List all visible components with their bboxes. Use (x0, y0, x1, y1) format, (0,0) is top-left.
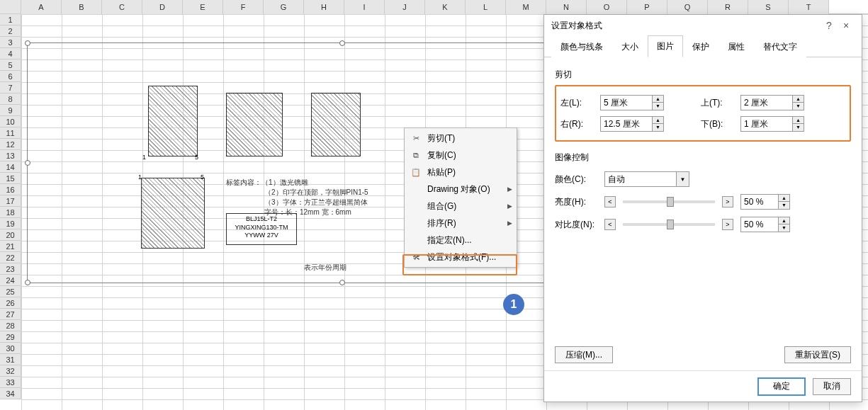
column-header[interactable]: H (304, 0, 344, 14)
row-header[interactable]: 10 (0, 116, 21, 127)
column-header[interactable]: P (627, 0, 667, 14)
column-header[interactable]: G (264, 0, 304, 14)
spin-down-icon[interactable]: ▼ (793, 103, 804, 110)
ok-button[interactable]: 确定 (757, 377, 806, 396)
column-header[interactable]: I (344, 0, 385, 14)
resize-handle[interactable] (339, 40, 345, 46)
brightness-slider[interactable] (623, 196, 715, 207)
slider-increase[interactable]: > (722, 219, 733, 230)
crop-right-field[interactable] (601, 119, 652, 129)
row-header[interactable]: 12 (0, 139, 21, 150)
spin-up-icon[interactable]: ▲ (653, 96, 663, 103)
ctx-cut[interactable]: ✂ 剪切(T) (406, 130, 515, 147)
column-header[interactable]: Q (667, 0, 708, 14)
row-header[interactable]: 24 (0, 275, 21, 286)
row-header[interactable]: 32 (0, 365, 21, 377)
ctx-assign-macro[interactable]: 指定宏(N)... (406, 232, 515, 249)
spin-down-icon[interactable]: ▼ (779, 224, 789, 232)
resize-handle[interactable] (25, 280, 30, 285)
slider-thumb[interactable] (667, 197, 674, 207)
ctx-order[interactable]: 排序(R) ▶ (406, 215, 515, 232)
row-header[interactable]: 26 (0, 297, 21, 309)
tab-alt-text[interactable]: 替代文字 (754, 36, 806, 57)
chevron-down-icon[interactable]: ▼ (676, 172, 689, 186)
column-header[interactable]: A (21, 0, 62, 14)
tab-properties[interactable]: 属性 (718, 36, 754, 57)
brightness-value-input[interactable]: ▲▼ (740, 194, 790, 210)
row-header[interactable]: 4 (0, 48, 21, 59)
slider-decrease[interactable]: < (604, 196, 616, 207)
ctx-group[interactable]: 组合(G) ▶ (406, 198, 515, 215)
row-header[interactable]: 34 (0, 388, 21, 399)
row-header[interactable]: 8 (0, 93, 21, 105)
row-header[interactable]: 25 (0, 286, 21, 297)
spin-up-icon[interactable]: ▲ (779, 217, 789, 224)
contrast-slider[interactable] (623, 219, 715, 230)
help-button[interactable]: ? (821, 20, 838, 31)
row-header[interactable]: 9 (0, 105, 21, 116)
row-header[interactable]: 16 (0, 184, 21, 195)
tab-picture[interactable]: 图片 (648, 35, 683, 57)
ctx-copy[interactable]: ⧉ 复制(C) (406, 147, 515, 164)
row-header[interactable]: 28 (0, 320, 21, 331)
contrast-value-input[interactable]: ▲▼ (740, 217, 790, 232)
compress-button[interactable]: 压缩(M)... (555, 346, 613, 363)
row-header[interactable]: 15 (0, 173, 21, 184)
row-header[interactable]: 13 (0, 150, 21, 161)
ctx-paste[interactable]: 📋 粘贴(P) (406, 164, 515, 181)
row-header[interactable]: 14 (0, 161, 21, 173)
row-header[interactable]: 1 (0, 14, 21, 25)
select-all-corner[interactable] (0, 0, 21, 14)
row-header[interactable]: 5 (0, 59, 21, 71)
crop-left-input[interactable]: ▲▼ (600, 95, 664, 110)
column-header[interactable]: E (183, 0, 223, 14)
row-header[interactable]: 27 (0, 309, 21, 320)
brightness-field[interactable] (741, 197, 778, 207)
column-header[interactable]: N (546, 0, 587, 14)
spin-up-icon[interactable]: ▲ (793, 117, 804, 124)
tab-protection[interactable]: 保护 (683, 36, 718, 57)
row-header[interactable]: 29 (0, 331, 21, 343)
spin-up-icon[interactable]: ▲ (653, 117, 663, 124)
crop-bottom-field[interactable] (741, 119, 792, 129)
contrast-field[interactable] (741, 220, 778, 229)
ctx-drawing-object[interactable]: Drawing 对象(O) ▶ (406, 181, 515, 198)
row-header[interactable]: 33 (0, 377, 21, 388)
spin-down-icon[interactable]: ▼ (653, 124, 663, 131)
cancel-button[interactable]: 取消 (813, 378, 851, 395)
row-header[interactable]: 30 (0, 343, 21, 354)
spin-down-icon[interactable]: ▼ (779, 202, 789, 209)
slider-thumb[interactable] (667, 220, 674, 229)
column-header[interactable]: O (587, 0, 627, 14)
row-header[interactable]: 7 (0, 82, 21, 93)
column-header[interactable]: R (708, 0, 748, 14)
crop-right-input[interactable]: ▲▼ (600, 116, 664, 132)
column-header[interactable]: C (102, 0, 142, 14)
column-header[interactable]: F (223, 0, 264, 14)
row-header[interactable]: 23 (0, 263, 21, 275)
dialog-titlebar[interactable]: 设置对象格式 ? × (544, 15, 862, 36)
row-header[interactable]: 6 (0, 71, 21, 82)
column-header[interactable]: J (385, 0, 425, 14)
slider-decrease[interactable]: < (604, 219, 616, 230)
row-header[interactable]: 11 (0, 127, 21, 139)
row-header[interactable]: 21 (0, 241, 21, 252)
spin-up-icon[interactable]: ▲ (779, 195, 789, 202)
reset-button[interactable]: 重新设置(S) (784, 346, 851, 363)
column-header[interactable]: S (748, 0, 789, 14)
tab-colors-lines[interactable]: 颜色与线条 (551, 36, 612, 57)
spin-down-icon[interactable]: ▼ (793, 124, 804, 131)
slider-increase[interactable]: > (722, 196, 733, 207)
resize-handle[interactable] (25, 160, 30, 166)
row-header[interactable]: 18 (0, 207, 21, 218)
tab-size[interactable]: 大小 (612, 36, 648, 57)
column-header[interactable]: L (466, 0, 506, 14)
row-header[interactable]: 3 (0, 37, 21, 48)
color-combo[interactable]: 自动 ▼ (604, 171, 689, 187)
crop-top-input[interactable]: ▲▼ (740, 95, 804, 110)
column-header[interactable]: D (142, 0, 183, 14)
column-header[interactable]: T (789, 0, 829, 14)
row-header[interactable]: 19 (0, 218, 21, 229)
column-header[interactable]: M (506, 0, 546, 14)
crop-top-field[interactable] (741, 98, 792, 108)
